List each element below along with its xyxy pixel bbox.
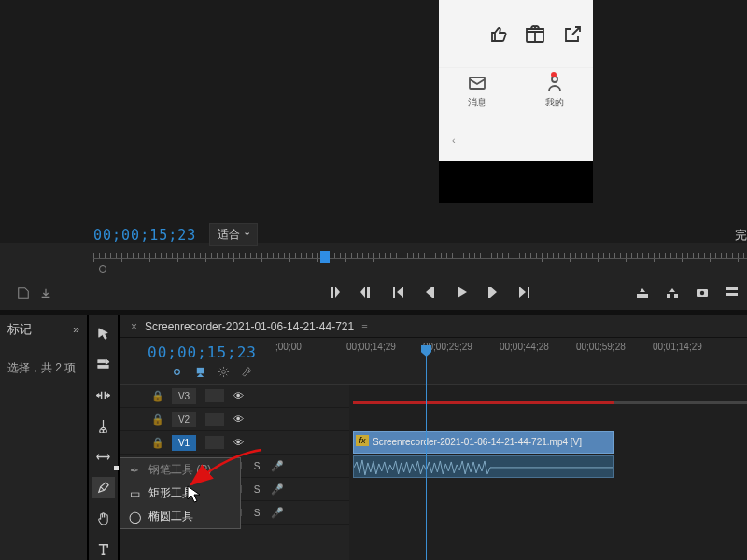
lock-icon[interactable]: 🔒 bbox=[151, 390, 162, 402]
close-sequence-icon[interactable]: × bbox=[131, 320, 137, 333]
lock-icon[interactable]: 🔒 bbox=[151, 437, 162, 449]
svg-rect-9 bbox=[726, 293, 738, 296]
program-monitor: 消息 我的 ‹ bbox=[0, 0, 747, 243]
scrub-playhead[interactable] bbox=[320, 251, 330, 263]
go-to-in-icon[interactable] bbox=[390, 285, 405, 300]
track-select-tool[interactable] bbox=[92, 354, 115, 375]
track-toggle[interactable] bbox=[205, 413, 224, 426]
mic-icon[interactable]: 🎤 bbox=[271, 460, 282, 472]
fx-badge: fx bbox=[356, 435, 369, 446]
flyout-pen-tool[interactable]: ✒ 钢笔工具 (P) bbox=[120, 458, 240, 482]
render-bar-unrendered bbox=[353, 401, 614, 404]
snap-icon[interactable] bbox=[148, 366, 160, 378]
step-fwd-icon[interactable] bbox=[486, 285, 500, 300]
track-header-v2[interactable]: 🔒 V2 👁 bbox=[120, 408, 349, 431]
shape-tool-flyout: ✒ 钢笔工具 (P) ▭ 矩形工具 ◯ 椭圆工具 bbox=[120, 457, 241, 529]
svg-rect-3 bbox=[637, 294, 648, 298]
markers-tab[interactable]: 标记 bbox=[7, 321, 32, 338]
mic-icon[interactable]: 🎤 bbox=[271, 507, 282, 519]
panel-menu-icon[interactable]: » bbox=[73, 323, 79, 336]
wrench-icon[interactable] bbox=[241, 366, 253, 378]
track-header-v1[interactable]: 🔒 V1 👁 bbox=[120, 431, 349, 455]
eye-icon[interactable]: 👁 bbox=[233, 437, 247, 448]
svg-rect-11 bbox=[98, 365, 108, 368]
lift-icon[interactable] bbox=[635, 285, 650, 300]
phone-back: ‹ bbox=[439, 121, 593, 159]
mic-icon[interactable]: 🎤 bbox=[271, 483, 282, 496]
render-bar-empty bbox=[614, 401, 747, 404]
envelope-icon bbox=[468, 74, 486, 92]
program-timecode[interactable]: 00;00;15;23 bbox=[93, 227, 196, 244]
ruler-label: 00;00;44;28 bbox=[500, 342, 549, 352]
gift-icon bbox=[524, 23, 544, 44]
nav-mine: 我的 bbox=[545, 74, 564, 121]
status-complete: 完 bbox=[735, 227, 747, 244]
track-canvas[interactable]: fx Screenrecorder-2021-01-06-14-21-44-72… bbox=[349, 385, 747, 560]
pen-icon: ✒ bbox=[128, 464, 141, 477]
ruler-label: 00;01;14;29 bbox=[653, 342, 702, 352]
svg-point-13 bbox=[222, 371, 226, 374]
marker-icon[interactable] bbox=[194, 366, 206, 378]
extract-icon[interactable] bbox=[665, 285, 680, 300]
svg-rect-12 bbox=[197, 368, 204, 374]
audio-clip[interactable] bbox=[353, 455, 614, 478]
pen-tool[interactable] bbox=[92, 477, 115, 498]
type-tool[interactable] bbox=[92, 539, 115, 560]
ruler-label: 00;00;59;28 bbox=[576, 342, 626, 352]
tool-column bbox=[88, 315, 119, 560]
mouse-cursor bbox=[187, 485, 202, 504]
razor-tool[interactable] bbox=[92, 415, 115, 437]
add-marker-icon[interactable] bbox=[17, 287, 30, 300]
settings-icon[interactable] bbox=[218, 366, 230, 378]
track-toggle[interactable] bbox=[205, 389, 224, 402]
selection-tool[interactable] bbox=[92, 323, 115, 344]
timeline-playhead[interactable] bbox=[426, 345, 427, 560]
zoom-fit-select[interactable]: 适合 bbox=[209, 223, 258, 246]
sequence-tab[interactable]: Screenrecorder-2021-01-06-14-21-44-721 bbox=[145, 320, 354, 333]
ripple-edit-tool[interactable] bbox=[92, 385, 115, 406]
svg-rect-10 bbox=[98, 360, 106, 363]
mark-in-icon[interactable] bbox=[327, 285, 342, 300]
svg-point-7 bbox=[700, 291, 704, 295]
waveform-icon bbox=[354, 456, 613, 478]
nav-messages: 消息 bbox=[468, 74, 486, 121]
thumbs-up-icon bbox=[486, 23, 507, 44]
transport-controls bbox=[327, 285, 532, 300]
eye-icon[interactable]: 👁 bbox=[233, 390, 247, 401]
track-toggle[interactable] bbox=[205, 436, 224, 449]
markers-panel: 标记 » 选择，共 2 项 bbox=[0, 315, 88, 560]
video-clip[interactable]: fx Screenrecorder-2021-01-06-14-21-44-72… bbox=[353, 431, 614, 454]
timeline-options bbox=[120, 366, 747, 385]
export-frame-icon[interactable] bbox=[39, 287, 52, 300]
rectangle-icon: ▭ bbox=[128, 487, 141, 500]
share-icon bbox=[561, 23, 582, 44]
camera-icon[interactable] bbox=[695, 285, 710, 300]
program-scrubber[interactable] bbox=[93, 245, 747, 273]
track-header-v3[interactable]: 🔒 V3 👁 bbox=[120, 385, 349, 408]
svg-rect-4 bbox=[667, 294, 670, 298]
timeline-timecode[interactable]: 00;00;15;23 bbox=[148, 343, 257, 361]
eye-icon[interactable]: 👁 bbox=[233, 413, 247, 425]
slip-tool[interactable] bbox=[92, 446, 115, 468]
flyout-rectangle-tool[interactable]: ▭ 矩形工具 bbox=[120, 482, 240, 505]
notification-dot bbox=[551, 72, 557, 77]
go-to-out-icon[interactable] bbox=[517, 285, 532, 300]
play-icon[interactable] bbox=[454, 285, 469, 300]
ruler-label: 00;00;14;29 bbox=[346, 342, 396, 352]
hand-tool[interactable] bbox=[92, 508, 115, 529]
settings-icon[interactable] bbox=[725, 285, 740, 300]
lock-icon[interactable]: 🔒 bbox=[151, 413, 162, 426]
mark-out-icon[interactable] bbox=[359, 285, 374, 300]
sequence-menu-icon[interactable]: ≡ bbox=[361, 321, 367, 332]
flyout-ellipse-tool[interactable]: ◯ 椭圆工具 bbox=[120, 505, 240, 528]
clip-label: Screenrecorder-2021-01-06-14-21-44-721.m… bbox=[373, 437, 606, 447]
linked-selection-icon[interactable] bbox=[171, 366, 183, 378]
svg-rect-5 bbox=[674, 294, 678, 298]
phone-preview: 消息 我的 ‹ bbox=[439, 0, 593, 203]
svg-rect-8 bbox=[726, 287, 738, 290]
step-back-icon[interactable] bbox=[422, 285, 437, 300]
selection-count: 选择，共 2 项 bbox=[7, 360, 79, 376]
ruler-label: ;00;00 bbox=[275, 342, 302, 352]
ellipse-icon: ◯ bbox=[128, 511, 141, 524]
